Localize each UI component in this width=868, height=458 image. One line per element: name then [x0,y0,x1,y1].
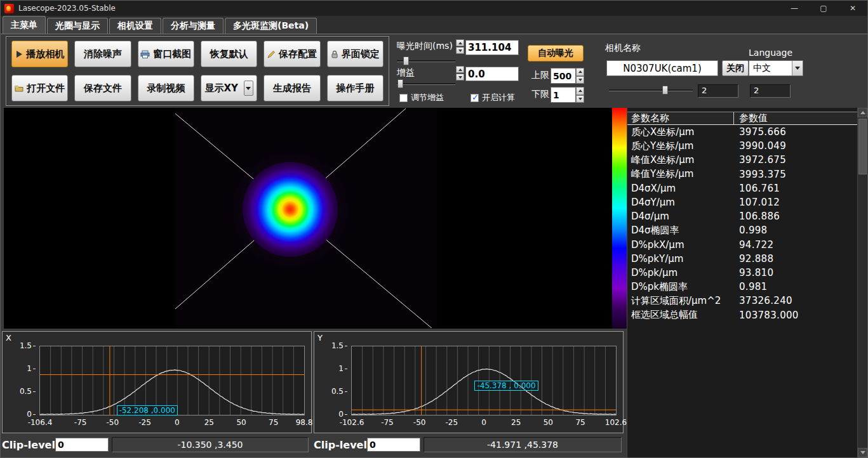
toolbar-button-label: 保存文件 [84,82,122,95]
close-camera-button[interactable]: 关闭 [722,60,749,76]
dropdown-arrow-icon[interactable] [244,81,253,96]
toolbar-button-1-0[interactable]: 播放相机 [11,41,68,67]
exposure-time-input[interactable] [465,40,519,55]
x-tick-label: 25 [194,418,224,427]
adjust-gain-checkbox[interactable]: 调节增益 [399,92,444,103]
beam-display[interactable] [4,108,612,329]
parameter-table: 参数名称 参数值 质心X坐标/μm3975.666质心Y坐标/μm3990.04… [627,112,857,322]
y-profile-plot[interactable]: -45.378 , 0.000 [351,346,617,415]
close-window-button[interactable]: ✕ [838,1,867,16]
param-name: 峰值X坐标/μm [627,154,734,166]
x-tick-label: 50 [533,418,563,427]
y-clip-level-input[interactable] [367,438,420,452]
param-row: 峰值Y坐标/μm3993.375 [627,167,857,181]
clip-level-row: Clip-level -10.350 ,3.450 Clip-level -41… [1,436,627,453]
spin-down-icon[interactable] [576,95,584,103]
toolbar-button-label: 打开文件 [27,82,65,95]
y-tick-label: 0.5 [319,387,347,396]
slider-thumb[interactable] [662,86,668,95]
toolbar-button-1-3[interactable]: 恢复默认 [201,41,257,67]
y-tick-label: 1 [319,364,347,373]
chevron-down-icon[interactable] [792,61,803,75]
x-tick-label: 75 [565,418,596,427]
tab-0[interactable]: 主菜单 [3,16,46,34]
param-header-name: 参数名称 [627,112,734,124]
toolbar-row-1: 播放相机消除噪声窗口截图恢复默认保存配置界面锁定 [11,41,384,67]
tab-1[interactable]: 光圈与显示 [47,18,108,34]
toolbar-button-2-5[interactable]: 操作手册 [327,75,384,101]
toolbar-button-1-4[interactable]: 保存配置 [264,41,320,67]
language-select[interactable]: 中文 [749,60,803,76]
slider-track [609,89,693,91]
exposure-time-slider[interactable] [397,56,455,65]
pencil-icon [267,50,276,58]
x-tick-label: -106.4 [25,418,55,427]
upper-limit-input[interactable] [551,68,576,84]
toolbar-button-2-0[interactable]: 打开文件 [11,75,68,101]
x-profile-plot[interactable]: -52.208 ,0.000 [39,346,305,415]
parameter-scrollbar[interactable] [857,108,867,457]
toolbar-button-label: 播放相机 [26,48,64,60]
colorbar [612,108,627,329]
minimize-button[interactable]: — [780,1,809,16]
toolbar-button-label: 保存配置 [279,48,317,60]
x-clip-level-input[interactable] [55,438,109,452]
toolbar-button-2-3[interactable]: 显示XY [201,75,257,101]
scroll-up-icon[interactable] [858,108,867,117]
slider-thumb[interactable] [397,79,403,88]
x-tick-label: -75 [372,418,403,427]
toolbar-button-2-2[interactable]: 录制视频 [138,75,194,101]
spin-up-icon[interactable] [456,39,464,46]
spin-up-icon[interactable] [456,66,464,73]
param-row: D4σX/μm106.761 [627,181,857,195]
checkbox-box[interactable] [471,94,479,102]
scrollbar-thumb[interactable] [858,119,867,174]
slider-track [397,83,455,85]
toolbar-button-1-2[interactable]: 窗口截图 [138,41,194,67]
camera-readout-2: 2 [750,84,791,98]
scroll-down-icon[interactable] [858,448,867,457]
spin-up-icon[interactable] [576,87,584,95]
tab-2[interactable]: 相机设置 [109,18,161,34]
spin-up-icon[interactable] [576,68,584,76]
gain-input[interactable] [465,67,519,81]
toolbar-button-2-4[interactable]: 生成报告 [264,75,320,101]
maximize-button[interactable]: ▢ [809,1,838,16]
camera-slider[interactable] [609,86,693,95]
gain-slider[interactable] [397,79,455,88]
auto-exposure-button[interactable]: 自动曝光 [528,45,584,62]
param-name: 框选区域总幅值 [627,309,734,321]
camera-panel: 相机名称 Language 关闭 中文 2 2 [601,39,864,106]
exposure-panel: 曝光时间(ms) 自动曝光 增益 上限 [394,39,585,106]
enable-calc-checkbox[interactable]: 开启计算 [471,92,515,103]
x-tick-label: -25 [130,418,160,427]
param-name: 质心X坐标/μm [627,126,734,138]
toolbar-button-1-5[interactable]: 界面锁定 [327,41,384,67]
tab-bar: 主菜单光圈与显示相机设置分析与测量多光斑监测(Beta) [1,16,867,34]
spin-down-icon[interactable] [456,47,464,54]
x-cursor-status: -10.350 ,3.450 [112,437,309,452]
param-row: D4σ/μm106.886 [627,209,857,223]
tab-3[interactable]: 分析与测量 [163,18,224,34]
toolbar-button-label: 窗口截图 [153,48,191,60]
spin-down-icon[interactable] [456,74,464,81]
checkbox-box[interactable] [399,94,408,102]
param-value: 3975.666 [734,126,786,138]
parameter-table-header: 参数名称 参数值 [627,112,857,125]
x-tick-label: -102.6 [337,418,367,427]
param-name: 计算区域面积/μm^2 [627,295,734,307]
profile-charts-row: X -52.208 ,0.000 00.511.5-106.4-75-50-25… [1,331,627,435]
upper-limit-spinbox [551,68,584,84]
toolbar-button-1-1[interactable]: 消除噪声 [74,41,131,67]
toolbar-button-2-1[interactable]: 保存文件 [74,75,131,101]
x-tick-label: -50 [97,418,128,427]
tab-4[interactable]: 多光斑监测(Beta) [225,18,317,34]
play-icon [15,50,23,58]
x-clip-level-label: Clip-level [2,439,55,451]
lower-limit-input[interactable] [551,87,576,103]
slider-thumb[interactable] [403,56,409,65]
spin-down-icon[interactable] [576,76,584,84]
toolbar-button-label: 操作手册 [336,82,374,95]
camera-readout-1: 2 [698,84,738,98]
camera-name-input[interactable] [606,60,718,76]
